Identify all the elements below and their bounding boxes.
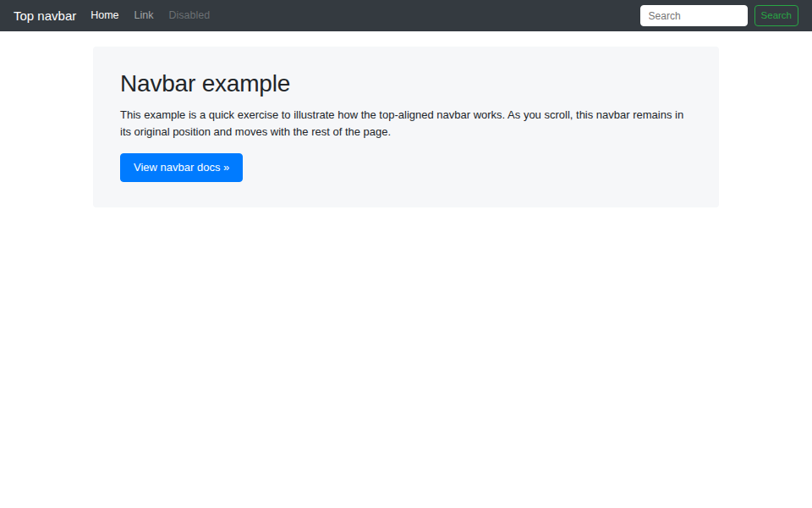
nav-item-home: Home bbox=[83, 7, 126, 25]
nav-link-disabled: Disabled bbox=[162, 7, 218, 25]
search-button[interactable]: Search bbox=[754, 5, 798, 26]
page-description: This example is a quick exercise to illu… bbox=[120, 107, 692, 141]
jumbotron-panel: Navbar example This example is a quick e… bbox=[93, 47, 719, 207]
nav-link-link[interactable]: Link bbox=[127, 7, 162, 25]
nav-item-link: Link bbox=[127, 7, 162, 25]
navbar-nav: Home Link Disabled bbox=[83, 7, 217, 25]
page-title: Navbar example bbox=[120, 69, 692, 98]
nav-item-disabled: Disabled bbox=[162, 7, 218, 25]
search-input[interactable] bbox=[640, 5, 748, 26]
main-content: Navbar example This example is a quick e… bbox=[93, 47, 719, 207]
nav-link-home[interactable]: Home bbox=[83, 7, 126, 25]
top-navbar: Top navbar Home Link Disabled Search bbox=[0, 0, 812, 31]
navbar-search-form: Search bbox=[640, 5, 798, 26]
navbar-brand[interactable]: Top navbar bbox=[14, 9, 76, 22]
view-navbar-docs-button[interactable]: View navbar docs » bbox=[120, 153, 243, 182]
